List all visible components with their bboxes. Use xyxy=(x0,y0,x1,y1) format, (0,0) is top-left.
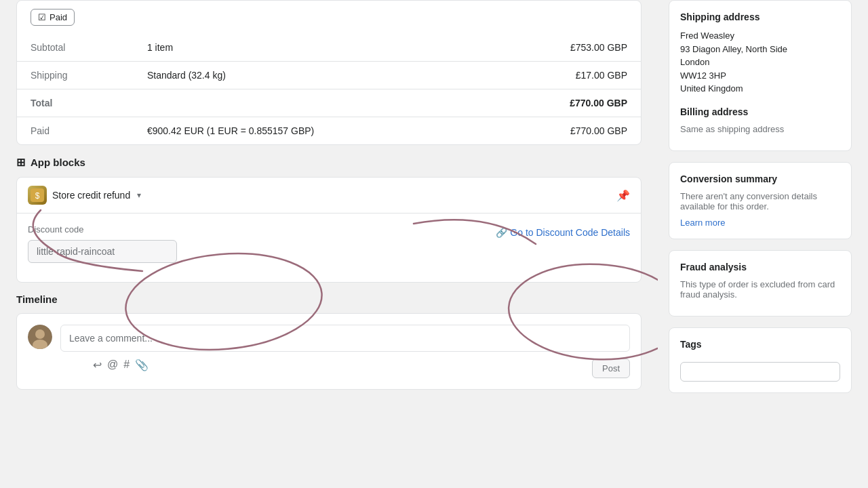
svg-point-5 xyxy=(35,329,45,339)
timeline-actions: ↩ @ # 📎 Post xyxy=(60,359,630,378)
shipping-address-street: 93 Diagon Alley, North Side xyxy=(680,43,840,56)
paid-check-icon: ☑ xyxy=(38,12,46,22)
tags-card: Tags xyxy=(669,327,852,393)
discount-code-label: Discount code xyxy=(28,224,177,235)
app-blocks-section-title: ⊞ App blocks xyxy=(16,156,642,169)
discount-left: Discount code xyxy=(28,224,177,271)
conversion-summary-description: There aren't any conversion details avai… xyxy=(680,191,840,211)
shipping-address-country: United Kingdom xyxy=(680,82,840,96)
app-icon: $ xyxy=(28,186,47,205)
billing-address-title: Billing address xyxy=(680,106,840,117)
comment-placeholder: Leave a comment... xyxy=(69,333,153,344)
shipping-address-card: Shipping address Fred Weasley 93 Diagon … xyxy=(669,0,852,151)
app-block-body-inner: Discount code 🔗 Go to Discount Code Deta… xyxy=(28,224,630,271)
chevron-down-icon[interactable]: ▾ xyxy=(137,190,141,200)
app-block-name: Store credit refund xyxy=(52,190,130,201)
discount-right: 🔗 Go to Discount Code Details xyxy=(496,224,630,238)
total-row: Total £770.00 GBP xyxy=(17,89,641,117)
billing-address-value: Same as shipping address xyxy=(680,124,840,134)
hash-icon[interactable]: # xyxy=(123,359,130,378)
timeline-card: Leave a comment... ↩ @ # 📎 Post xyxy=(16,313,642,390)
shipping-address-title: Shipping address xyxy=(680,12,840,22)
attachment-icon[interactable]: 📎 xyxy=(135,359,149,378)
paid-row: Paid €900.42 EUR (1 EUR = 0.855157 GBP) … xyxy=(17,117,641,145)
timeline-section-title: Timeline xyxy=(16,293,642,305)
app-block-header: $ Store credit refund ▾ 📌 xyxy=(17,178,641,214)
svg-text:$: $ xyxy=(35,191,40,201)
conversion-summary-card: Conversion summary There aren't any conv… xyxy=(669,162,852,239)
mention-icon[interactable]: ↩ xyxy=(93,359,102,378)
fraud-analysis-card: Fraud analysis This type of order is exc… xyxy=(669,250,852,317)
timeline-section: Timeline Leave a comment... xyxy=(16,293,642,390)
tags-input[interactable] xyxy=(680,362,840,382)
order-summary-card: ☑ Paid Subtotal 1 item £753.00 GBP Shipp… xyxy=(16,0,642,145)
total-amount: £770.00 GBP xyxy=(487,89,641,117)
post-button[interactable]: Post xyxy=(592,359,630,378)
learn-more-link[interactable]: Learn more xyxy=(680,218,725,228)
fraud-analysis-title: Fraud analysis xyxy=(680,262,840,272)
shipping-value: Standard (32.4 kg) xyxy=(134,62,487,89)
app-block-card: $ Store credit refund ▾ 📌 Discount code … xyxy=(16,177,642,283)
subtotal-amount: £753.00 GBP xyxy=(487,34,641,62)
order-table: Subtotal 1 item £753.00 GBP Shipping Sta… xyxy=(17,34,641,144)
comment-input[interactable]: Leave a comment... xyxy=(60,325,630,352)
shipping-label: Shipping xyxy=(17,62,134,89)
app-block-header-left: $ Store credit refund ▾ xyxy=(28,186,141,205)
shipping-address-name: Fred Weasley xyxy=(680,29,840,43)
paid-amount: £770.00 GBP xyxy=(487,117,641,145)
shipping-address-postcode: WW12 3HP xyxy=(680,69,840,83)
paid-label: Paid xyxy=(17,117,134,145)
timeline-label: Timeline xyxy=(16,293,58,305)
total-label: Total xyxy=(17,89,134,117)
shipping-amount: £17.00 GBP xyxy=(487,62,641,89)
discount-code-input[interactable] xyxy=(28,240,177,263)
subtotal-row: Subtotal 1 item £753.00 GBP xyxy=(17,34,641,62)
fraud-analysis-description: This type of order is excluded from card… xyxy=(680,279,840,300)
shipping-address-city: London xyxy=(680,56,840,69)
subtotal-label: Subtotal xyxy=(17,34,134,62)
shipping-row: Shipping Standard (32.4 kg) £17.00 GBP xyxy=(17,62,641,89)
app-blocks-icon: ⊞ xyxy=(16,156,25,169)
paid-badge: ☑ Paid xyxy=(31,9,75,26)
paid-value: €900.42 EUR (1 EUR = 0.855157 GBP) xyxy=(134,117,487,145)
paid-badge-label: Paid xyxy=(50,12,67,22)
total-spacer xyxy=(134,89,487,117)
at-icon[interactable]: @ xyxy=(107,359,118,378)
subtotal-value: 1 item xyxy=(134,34,487,62)
avatar xyxy=(28,325,52,349)
app-blocks-label: App blocks xyxy=(31,157,85,168)
comment-area: Leave a comment... ↩ @ # 📎 Post xyxy=(60,325,630,378)
tags-title: Tags xyxy=(680,339,840,350)
app-block-body: Discount code 🔗 Go to Discount Code Deta… xyxy=(17,214,641,282)
pin-icon[interactable]: 📌 xyxy=(616,189,630,202)
sidebar: Shipping address Fred Weasley 93 Diagon … xyxy=(658,0,868,488)
goto-discount-link[interactable]: 🔗 Go to Discount Code Details xyxy=(496,227,630,238)
conversion-summary-title: Conversion summary xyxy=(680,174,840,184)
